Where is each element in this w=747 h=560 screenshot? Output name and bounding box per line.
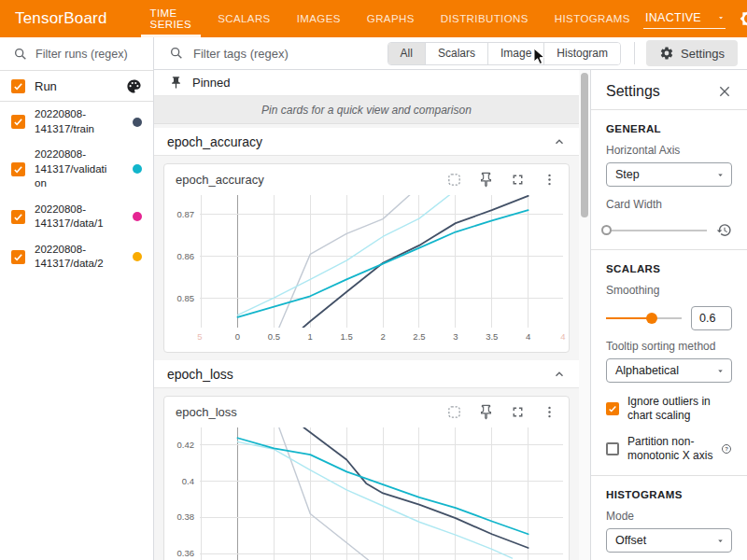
run-row-data-1[interactable]: 20220808-141317/data/1 — [0, 197, 153, 237]
svg-text:0.85: 0.85 — [177, 293, 195, 303]
tab-scalars[interactable]: SCALARS — [204, 0, 284, 37]
nav-tabs: TIME SERIES SCALARS IMAGES GRAPHS DISTRI… — [137, 0, 643, 37]
kebab-menu-icon[interactable] — [542, 172, 557, 188]
run-color-dot — [133, 252, 142, 261]
chip-all[interactable]: All — [388, 43, 425, 64]
horizontal-axis-dropdown[interactable]: Step — [606, 162, 732, 187]
run-row-train[interactable]: 20220808-141317/train — [0, 102, 153, 142]
palette-icon[interactable] — [126, 78, 142, 94]
svg-text:1.5: 1.5 — [341, 331, 353, 342]
svg-text:0: 0 — [235, 331, 240, 342]
pin-icon[interactable] — [478, 404, 494, 420]
tensorboard-app: TensorBoard TIME SERIES SCALARS IMAGES G… — [0, 0, 747, 560]
tab-time-series[interactable]: TIME SERIES — [137, 0, 205, 37]
close-icon[interactable] — [717, 84, 732, 99]
run-row-validation[interactable]: 20220808-141317/validation — [0, 142, 153, 197]
line-chart-epoch-loss[interactable]: 0.360.380.40.4200.511.522.533.54 — [164, 422, 569, 560]
app-logo: TensorBoard — [0, 9, 124, 28]
chip-histogram[interactable]: Histogram — [543, 43, 620, 64]
tab-histograms[interactable]: HISTOGRAMS — [542, 0, 643, 37]
chip-scalars[interactable]: Scalars — [425, 43, 487, 64]
runs-sidebar: Run 20220808-141317/train 20220808-141 — [0, 37, 154, 560]
chevron-up-icon[interactable] — [553, 135, 566, 148]
svg-text:0.86: 0.86 — [177, 251, 195, 261]
tab-images[interactable]: IMAGES — [284, 0, 354, 37]
pinned-header: Pinned — [154, 70, 579, 96]
brightness-toggle-icon[interactable] — [740, 9, 747, 28]
filter-tags-input[interactable] — [193, 47, 380, 61]
gear-icon — [659, 46, 674, 61]
card-title: epoch_loss — [176, 405, 237, 419]
mode-label: Mode — [606, 510, 732, 523]
svg-text:2: 2 — [380, 331, 385, 342]
pinned-title: Pinned — [192, 76, 230, 90]
svg-text:0.42: 0.42 — [177, 440, 195, 450]
filter-runs-search — [0, 37, 153, 71]
histogram-mode-dropdown[interactable]: Offset — [606, 528, 732, 553]
checkbox-icon — [606, 442, 619, 455]
card-width-slider[interactable] — [606, 224, 707, 237]
search-icon — [13, 47, 28, 62]
tooltip-sorting-label: Tooltip sorting method — [606, 340, 732, 353]
run-checkbox[interactable] — [11, 115, 25, 129]
fit-domain-icon[interactable] — [446, 404, 462, 420]
header-actions: INACTIVE ? — [643, 8, 747, 29]
search-icon — [169, 46, 184, 61]
tab-graphs[interactable]: GRAPHS — [354, 0, 428, 37]
settings-button[interactable]: Settings — [646, 40, 738, 66]
svg-text:1: 1 — [308, 331, 313, 342]
run-color-dot — [133, 118, 142, 127]
chevron-down-icon — [715, 366, 726, 376]
svg-text:0.5: 0.5 — [268, 331, 280, 342]
tag-type-filter: All Scalars Image Histogram — [388, 42, 621, 65]
run-color-dot — [133, 164, 142, 174]
section-header-epoch-accuracy[interactable]: epoch_accuracy — [154, 128, 579, 156]
pin-icon[interactable] — [478, 172, 494, 188]
svg-text:4: 4 — [526, 331, 530, 342]
chevron-down-icon — [716, 13, 726, 22]
chip-image[interactable]: Image — [487, 43, 543, 64]
smoothing-slider[interactable] — [606, 312, 682, 325]
kebab-menu-icon[interactable] — [542, 404, 557, 420]
chevron-up-icon[interactable] — [553, 368, 566, 381]
pinned-empty-message: Pin cards for a quick view and compariso… — [154, 96, 579, 124]
run-column-label: Run — [35, 79, 57, 93]
reset-icon[interactable] — [716, 222, 732, 238]
run-list-header: Run — [0, 71, 153, 102]
tags-toolbar: All Scalars Image Histogram Settings — [154, 37, 747, 70]
line-chart-epoch-accuracy[interactable]: 0.850.860.8700.511.522.533.5454 — [164, 189, 569, 352]
section-header-epoch-loss[interactable]: epoch_loss — [154, 360, 579, 388]
run-checkbox[interactable] — [11, 210, 25, 224]
tab-distributions[interactable]: DISTRIBUTIONS — [428, 0, 542, 37]
fit-domain-icon[interactable] — [446, 172, 462, 188]
run-color-dot — [133, 212, 142, 221]
tooltip-sorting-dropdown[interactable]: Alphabetical — [606, 358, 732, 383]
run-checkbox[interactable] — [11, 250, 25, 264]
run-name: 20220808-141317/train — [35, 107, 111, 136]
svg-text:3.5: 3.5 — [486, 331, 498, 342]
general-heading: GENERAL — [606, 123, 732, 134]
svg-text:0.87: 0.87 — [177, 209, 195, 219]
checkbox-ignore-outliers[interactable]: Ignore outliers in chart scaling — [606, 395, 732, 423]
run-row-data-2[interactable]: 20220808-141317/data/2 — [0, 237, 153, 277]
svg-text:2.5: 2.5 — [413, 331, 425, 342]
scrollbar-thumb[interactable] — [581, 73, 588, 217]
filter-runs-input[interactable] — [35, 48, 138, 61]
help-icon[interactable]: ? — [721, 443, 732, 455]
histograms-heading: HISTOGRAMS — [606, 489, 732, 500]
run-select-all-checkbox[interactable] — [11, 79, 25, 93]
fullscreen-icon[interactable] — [510, 172, 526, 188]
fullscreen-icon[interactable] — [510, 404, 526, 420]
run-status-dropdown[interactable]: INACTIVE — [643, 8, 726, 29]
cards-scroll-area: Pinned Pin cards for a quick view and co… — [154, 70, 579, 560]
checkbox-partition-x-axis[interactable]: Partition non-monotonic X axis ? — [606, 435, 732, 463]
svg-text:5: 5 — [197, 331, 202, 342]
scrollbar — [579, 70, 590, 560]
run-checkbox[interactable] — [11, 162, 25, 176]
card-width-label: Card Width — [606, 198, 732, 211]
card-title: epoch_accuracy — [176, 173, 264, 187]
settings-panel: Settings GENERAL Horizontal Axis Step Ca… — [590, 70, 747, 560]
svg-text:0.4: 0.4 — [182, 476, 194, 486]
smoothing-value-input[interactable] — [691, 306, 732, 330]
settings-panel-title: Settings — [606, 83, 660, 100]
